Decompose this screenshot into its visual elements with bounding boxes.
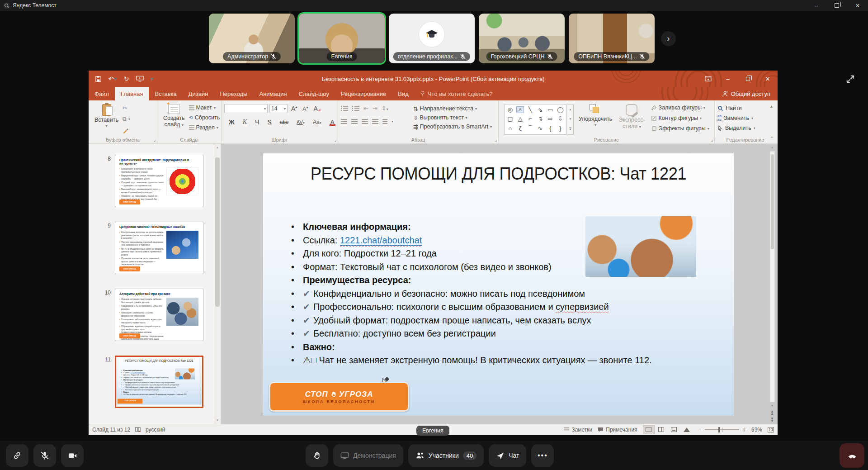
slide-panel-item-11[interactable]: 11 РЕСУРС ПОМОЩИ ДЛЯ ПОДРОСТКОВ: Чат 122… [89,356,214,408]
scroll-up-arrow[interactable]: ▲ [769,144,776,151]
quick-styles-button[interactable]: Экспресс-стили ▾ [615,103,648,131]
zoom-slider[interactable] [705,429,739,430]
reset-button[interactable]: ⟲Сбросить [189,114,220,121]
ppt-menu-tab-дизайн[interactable]: Дизайн [183,87,214,100]
tell-me-box[interactable]: Что вы хотите сделать? [415,87,498,100]
paragraph-dialog-launcher[interactable]: ⌟ [495,138,497,142]
current-slide[interactable]: РЕСУРС ПОМОЩИ ДЛЯ ПОДРОСТКОВ: Чат 1221 •… [263,153,734,416]
participant-video-tile[interactable]: Администратор [209,14,295,63]
align-right-button[interactable] [362,119,368,124]
slide-hyperlink[interactable]: 1221.chat/aboutchat [340,235,422,245]
section-button[interactable]: Раздел▾ [189,124,220,131]
zoom-level[interactable]: 69% [751,427,762,433]
ppt-menu-tab-вставка[interactable]: Вставка [149,87,182,100]
save-icon[interactable] [95,76,102,82]
shape-fill-button[interactable]: Заливка фигуры▾ [651,104,709,111]
participant-video-tile[interactable]: ОПБиПН ВязникиКЦ... [569,14,655,63]
raise-hand-button[interactable] [306,444,328,467]
participant-video-tile[interactable]: отделение профилак... [389,14,475,63]
line-spacing-button[interactable]: ⇕▾ [382,105,388,112]
slideshow-view-button[interactable] [681,425,693,434]
align-text-button[interactable]: ⇳Выровнять текст▾ [413,113,492,122]
scroll-up-arrow[interactable]: ▲ [214,144,221,151]
fit-slide-button[interactable] [768,427,774,432]
arrange-button[interactable]: Упорядочить ▾ [576,103,615,128]
next-slide-button[interactable]: ▼▼ [770,417,774,424]
slide-hyperlink[interactable]: 1221.chat/aboutchat [130,372,145,374]
ppt-close-button[interactable]: ✕ [758,71,778,87]
font-color-button[interactable]: А [328,119,337,126]
shape-option[interactable]: ⇘ [537,106,544,113]
language-indicator[interactable]: русский [146,427,165,433]
slide-scrollbar[interactable]: ▲ ▼ ▲▲ ▼▼ [769,144,776,424]
ppt-minimize-button[interactable]: – [718,71,738,87]
shapes-gallery-scroll[interactable]: ▲ ▼ ▼ [567,104,574,135]
zoom-in-button[interactable]: + [742,426,746,433]
shape-option[interactable]: ◯ [557,106,564,113]
collapse-ribbon-button[interactable]: ⌃ [770,136,774,142]
shape-option[interactable]: ◎ [506,106,514,113]
participants-button[interactable]: Участники 40 [408,444,484,467]
strikethrough-button[interactable]: abc [278,119,290,125]
shape-option[interactable]: ⇨ [547,115,554,122]
ppt-menu-tab-анимация[interactable]: Анимация [253,87,292,100]
shape-option[interactable]: ∿ [537,125,544,132]
select-button[interactable]: Выделить▾ [717,123,774,133]
scrollbar-thumb[interactable] [215,157,220,307]
cut-button[interactable]: ✂ [123,104,130,111]
spellcheck-icon[interactable] [135,427,141,432]
drawing-dialog-launcher[interactable]: ⌟ [711,138,713,142]
slide-thumbnail[interactable]: Практический инструмент: «Кругидоверия в… [115,155,203,207]
format-painter-icon[interactable] [123,127,129,133]
character-spacing-button[interactable]: AV▾ [295,119,307,125]
shape-option[interactable]: ↴ [537,115,544,122]
font-name-combo[interactable]: ▾ [224,104,268,113]
window-restore-button[interactable] [826,0,847,11]
ribbon-display-options-button[interactable] [698,71,718,87]
scrollbar-thumb[interactable] [771,154,774,249]
decrease-indent-button[interactable]: ⇤ [363,105,368,112]
paste-button[interactable]: Вставить ▾ [91,103,122,129]
microphone-button[interactable] [33,444,56,467]
start-slideshow-icon[interactable] [136,76,144,82]
layout-button[interactable]: Макет▾ [189,104,220,111]
ppt-menu-tab-главная[interactable]: Главная [115,87,149,100]
shape-option[interactable]: ▢ [506,115,514,122]
participant-video-tile[interactable]: Евгения [299,14,385,63]
leave-call-button[interactable] [840,443,864,468]
slide-sorter-view-button[interactable] [656,425,667,434]
ppt-menu-tab-рецензирование[interactable]: Рецензирование [335,87,392,100]
participant-video-tile[interactable]: Гороховецкий СРЦН [479,14,565,63]
shape-option[interactable]: ▭ [547,106,554,113]
slide-panel-item-8[interactable]: 8 Практический инструмент: «Кругидоверия… [89,155,214,207]
chat-button[interactable]: Чат [489,444,526,467]
shape-option[interactable]: ⌐ [526,115,534,122]
ppt-menu-tab-переходы[interactable]: Переходы [214,87,253,100]
window-minimize-button[interactable]: – [806,0,826,11]
shape-outline-button[interactable]: Контур фигуры▾ [651,115,709,121]
numbering-button[interactable] [352,106,359,111]
slide-thumbnail[interactable]: Алгоритм действий при кризисеОценка ситу… [115,289,203,341]
scroll-down-arrow[interactable]: ▼ [769,402,776,409]
shapes-gallery[interactable]: ◎A╲⇘▭◯ ▢△⌐↴⇨⇩ ⌂ζ⌒∿{} ▲ ▼ ▼ [501,103,574,135]
camera-button[interactable] [61,444,84,467]
shape-option[interactable]: ╲ [526,106,534,113]
previous-slide-button[interactable]: ▲▲ [770,409,774,417]
ppt-menu-tab-слайд-шоу[interactable]: Слайд-шоу [293,87,335,100]
notes-button[interactable]: Заметки [564,427,592,433]
redo-button[interactable]: ↻ [124,75,129,82]
shape-option[interactable]: A [516,106,524,113]
bullets-button[interactable] [341,106,348,111]
expand-fullscreen-button[interactable] [843,71,858,87]
slide-panel-item-9[interactable]: 9 Цифровая гигиена: Неочевидные ошибкиКо… [89,222,214,274]
zoom-out-button[interactable]: − [698,426,702,433]
share-button[interactable]: Общий доступ [715,87,778,100]
slide-thumbnail[interactable]: Цифровая гигиена: Неочевидные ошибкиКонт… [115,222,203,274]
replace-button[interactable]: abac Заменить▾ [717,113,774,123]
columns-button[interactable] [382,119,387,124]
copy-button[interactable]: ⧉▾ [123,116,130,123]
shape-option[interactable]: ⌂ [506,125,514,132]
font-dialog-launcher[interactable]: ⌟ [335,138,336,142]
ribbon-scroll-up[interactable]: ▲ [769,104,774,109]
slide-panel-item-10[interactable]: 10 Алгоритм действий при кризисеОценка с… [89,289,214,341]
